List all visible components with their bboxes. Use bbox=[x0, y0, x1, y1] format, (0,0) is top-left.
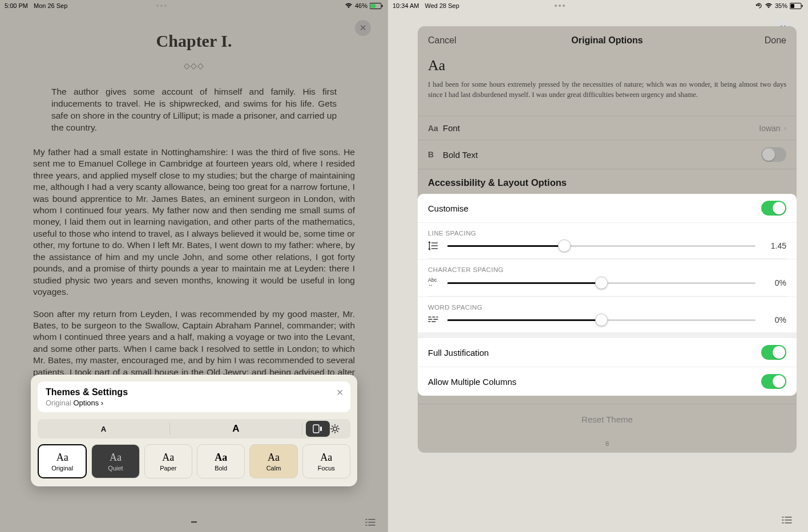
svg-line-12 bbox=[332, 431, 333, 432]
multi-columns-toggle[interactable] bbox=[761, 374, 786, 389]
svg-line-10 bbox=[332, 426, 333, 427]
word-spacing-slider: WORD SPACING 0% bbox=[418, 297, 797, 332]
battery-percent: 46% bbox=[355, 2, 367, 9]
font-row[interactable]: Aa Font Iowan › bbox=[418, 116, 797, 140]
svg-line-11 bbox=[337, 431, 338, 432]
status-time: 5:00 PM bbox=[5, 2, 28, 9]
bold-b-icon: B bbox=[428, 150, 443, 159]
line-spacing-slider: LINE SPACING 1.45 bbox=[418, 222, 797, 258]
full-justification-label: Full Justification bbox=[428, 348, 489, 358]
svg-rect-1 bbox=[371, 4, 376, 8]
orientation-lock-icon bbox=[756, 2, 762, 9]
wifi-icon bbox=[345, 3, 353, 9]
theme-current: Original bbox=[46, 399, 71, 407]
wifi-icon bbox=[765, 3, 773, 9]
bold-label: Bold Text bbox=[443, 150, 478, 160]
full-justification-row: Full Justification bbox=[418, 338, 797, 367]
text-size-increase[interactable]: A bbox=[170, 423, 302, 434]
bold-text-row[interactable]: B Bold Text bbox=[418, 140, 797, 169]
theme-original[interactable]: AaOriginal bbox=[38, 444, 87, 478]
svg-rect-23 bbox=[802, 5, 803, 7]
word-spacing-icon bbox=[428, 316, 441, 324]
theme-bold[interactable]: AaBold bbox=[197, 444, 245, 478]
paragraph: My father had a small estate in Nottingh… bbox=[33, 147, 355, 298]
theme-paper[interactable]: AaPaper bbox=[144, 444, 192, 478]
options-link[interactable]: Options › bbox=[73, 399, 103, 407]
svg-rect-3 bbox=[313, 425, 319, 433]
char-spacing-icon: Abc↔ bbox=[428, 278, 441, 288]
customise-toggle[interactable] bbox=[761, 201, 786, 216]
cancel-button[interactable]: Cancel bbox=[428, 35, 456, 46]
preview-aa-icon: Aa bbox=[428, 57, 786, 74]
battery-icon bbox=[790, 3, 803, 9]
page-number: 8 bbox=[418, 434, 797, 453]
line-spacing-icon bbox=[428, 241, 441, 250]
status-time: 10:34 AM bbox=[393, 2, 419, 9]
ornament-icon: ◇◇◇ bbox=[33, 61, 355, 70]
char-spacing-track[interactable] bbox=[447, 282, 756, 284]
multitask-dots[interactable] bbox=[156, 5, 167, 7]
svg-rect-22 bbox=[791, 4, 795, 8]
theme-calm[interactable]: AaCalm bbox=[249, 444, 297, 478]
status-date: Mon 26 Sep bbox=[34, 2, 67, 9]
svg-rect-4 bbox=[320, 427, 322, 431]
multi-columns-label: Allow Multiple Columns bbox=[428, 377, 516, 387]
allow-multiple-columns-row: Allow Multiple Columns bbox=[418, 367, 797, 396]
status-date: Wed 28 Sep bbox=[425, 2, 459, 9]
svg-point-5 bbox=[333, 427, 337, 431]
font-aa-icon: Aa bbox=[428, 124, 443, 133]
word-spacing-track[interactable] bbox=[447, 319, 756, 321]
battery-icon bbox=[370, 3, 383, 9]
page-indicator: ▬ bbox=[191, 518, 197, 524]
reset-theme-button[interactable]: Reset Theme bbox=[418, 404, 797, 434]
chapter-intro: The author gives some account of himself… bbox=[33, 86, 355, 134]
accessibility-section-header: Accessibility & Layout Options bbox=[418, 169, 797, 194]
brightness-button[interactable] bbox=[330, 424, 350, 434]
menu-icon[interactable] bbox=[365, 518, 375, 526]
multitask-dots[interactable] bbox=[555, 5, 565, 7]
close-button[interactable]: ✕ bbox=[355, 20, 371, 36]
customise-row: Customise bbox=[418, 194, 797, 222]
preview-text: I had been for some hours extremely pres… bbox=[428, 80, 786, 100]
customise-label: Customise bbox=[428, 204, 468, 213]
done-button[interactable]: Done bbox=[765, 35, 786, 46]
modal-title: Original Options bbox=[418, 35, 797, 46]
svg-rect-2 bbox=[382, 5, 383, 7]
preview-area: Aa I had been for some hours extremely p… bbox=[418, 54, 797, 116]
font-value: Iowan bbox=[759, 124, 780, 133]
svg-line-13 bbox=[337, 426, 338, 427]
menu-icon[interactable] bbox=[782, 516, 792, 524]
text-size-decrease[interactable]: A bbox=[38, 425, 169, 433]
battery-percent: 35% bbox=[775, 2, 787, 9]
theme-focus[interactable]: AaFocus bbox=[302, 444, 350, 478]
options-modal: Cancel Original Options Done Aa I had be… bbox=[418, 26, 797, 453]
chapter-title: Chapter I. bbox=[33, 31, 355, 51]
line-spacing-track[interactable] bbox=[447, 245, 756, 247]
theme-quiet[interactable]: AaQuiet bbox=[91, 444, 139, 478]
character-spacing-slider: CHARACTER SPACING Abc↔ 0% bbox=[418, 259, 797, 296]
font-label: Font bbox=[443, 123, 460, 133]
status-bar-right: 10:34 AM Wed 28 Sep 35% bbox=[388, 0, 808, 11]
status-bar-left: 5:00 PM Mon 26 Sep 46% bbox=[0, 0, 388, 11]
svg-rect-20 bbox=[758, 5, 760, 6]
scroll-mode-button[interactable] bbox=[306, 421, 330, 437]
chevron-right-icon: › bbox=[784, 124, 786, 132]
themes-settings-button[interactable]: Themes & Settings Original Options › ✕ bbox=[38, 381, 350, 412]
full-justification-toggle[interactable] bbox=[761, 345, 786, 360]
bold-text-toggle[interactable] bbox=[761, 147, 786, 162]
themes-popup: Themes & Settings Original Options › ✕ A… bbox=[31, 375, 357, 486]
popup-title: Themes & Settings bbox=[46, 387, 342, 397]
popup-close-button[interactable]: ✕ bbox=[336, 387, 344, 398]
